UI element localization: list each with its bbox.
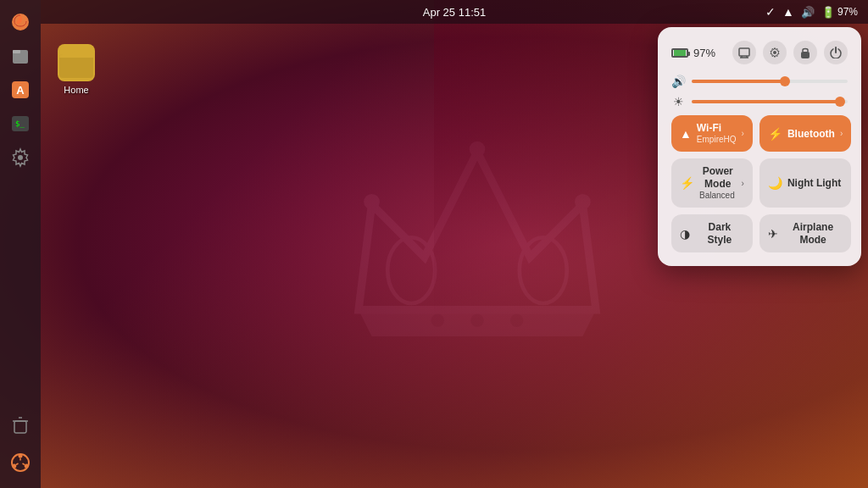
desktop-icon-home[interactable]: Home [54, 41, 98, 98]
svg-point-2 [575, 194, 591, 210]
night-light-name: Night Light [787, 177, 841, 189]
power-icon [830, 47, 842, 58]
dock-item-software[interactable]: A [5, 75, 36, 105]
topbar-check-icon: ✓ [765, 5, 776, 19]
brightness-slider[interactable] [692, 100, 848, 103]
svg-point-3 [431, 313, 445, 327]
dock: A $_ [0, 0, 41, 488]
airplane-mode-name: Airplane Mode [783, 221, 843, 246]
gear-icon [769, 47, 781, 58]
qs-power-button[interactable] [824, 41, 848, 64]
files-icon [10, 46, 31, 66]
topbar-datetime: Apr 25 11:51 [423, 6, 486, 19]
firefox-icon [10, 12, 31, 32]
wifi-icon: ▲ [680, 127, 692, 141]
trash-icon [10, 415, 31, 435]
dock-item-ubuntu[interactable] [5, 447, 36, 478]
svg-point-7 [520, 237, 567, 303]
svg-line-24 [23, 463, 25, 465]
svg-point-22 [12, 464, 16, 469]
svg-text:A: A [16, 84, 25, 97]
lock-icon [800, 47, 810, 58]
qs-bluetooth-toggle[interactable]: ⚡ Bluetooth › [760, 115, 851, 152]
topbar-battery-icon: 🔋 [821, 6, 835, 19]
dark-style-icon: ◑ [680, 227, 690, 241]
brightness-icon: ☀ [671, 95, 685, 108]
qs-action-buttons [732, 41, 848, 64]
bluetooth-icon: ⚡ [768, 127, 782, 141]
qs-toggles-grid: ▲ Wi-Fi EmpireHQ › ⚡ Bluetooth › ⚡ Powe [671, 115, 848, 252]
svg-rect-16 [14, 421, 26, 433]
volume-fill [692, 80, 785, 83]
home-icon-label: Home [64, 85, 88, 95]
battery-icon [671, 48, 688, 58]
svg-rect-32 [801, 52, 810, 58]
svg-point-31 [773, 51, 776, 54]
wifi-name: Wi-Fi [697, 122, 721, 134]
qs-power-mode-toggle[interactable]: ⚡ Power Mode Balanced › [671, 158, 753, 208]
qs-top-row: 97% [671, 41, 848, 64]
svg-point-1 [364, 194, 380, 210]
terminal-icon: $_ [10, 114, 31, 134]
dock-item-trash[interactable] [5, 410, 36, 441]
svg-line-25 [16, 463, 19, 465]
bluetooth-chevron-icon: › [840, 129, 843, 138]
brightness-fill [692, 100, 840, 103]
qs-dark-style-toggle[interactable]: ◑ Dark Style [671, 214, 753, 252]
night-light-label-group: Night Light [787, 177, 841, 189]
volume-slider[interactable] [692, 80, 848, 83]
screenshot-icon [738, 47, 750, 58]
airplane-mode-icon: ✈ [768, 227, 778, 241]
topbar-right: ✓ ▲ 🔊 🔋 97% [765, 5, 858, 19]
svg-rect-27 [739, 48, 749, 56]
svg-rect-10 [13, 50, 20, 53]
battery-fill [674, 50, 686, 56]
power-mode-label-group: Power Mode Balanced [699, 165, 737, 201]
software-center-icon: A [10, 80, 31, 100]
dock-item-settings[interactable] [5, 142, 36, 173]
night-light-icon: 🌙 [768, 176, 782, 190]
quick-settings-panel: 97% [658, 27, 861, 266]
bluetooth-label-group: Bluetooth [787, 128, 835, 140]
svg-point-21 [25, 464, 29, 469]
qs-screenshot-button[interactable] [732, 41, 756, 64]
dark-style-name: Dark Style [695, 221, 744, 246]
home-folder-icon [58, 44, 95, 81]
qs-battery-percent: 97% [693, 47, 715, 59]
svg-text:$_: $_ [15, 119, 25, 128]
svg-point-20 [19, 454, 23, 458]
qs-settings-button[interactable] [763, 41, 787, 64]
settings-icon [10, 147, 31, 168]
svg-point-4 [470, 313, 484, 327]
bluetooth-name: Bluetooth [787, 128, 835, 140]
qs-airplane-mode-toggle[interactable]: ✈ Airplane Mode [760, 214, 851, 252]
topbar-wifi-icon: ▲ [782, 5, 794, 19]
dock-item-files[interactable] [5, 41, 36, 71]
topbar: Apr 25 11:51 ✓ ▲ 🔊 🔋 97% [41, 0, 868, 24]
wifi-ssid: EmpireHQ [697, 135, 737, 145]
dock-item-terminal[interactable]: $_ [5, 108, 36, 139]
power-mode-chevron-icon: › [742, 179, 744, 188]
svg-point-0 [470, 141, 486, 158]
svg-rect-26 [59, 54, 93, 78]
qs-night-light-toggle[interactable]: 🌙 Night Light [760, 158, 851, 208]
topbar-battery-percent: 97% [837, 6, 858, 18]
wifi-chevron-icon: › [742, 129, 744, 138]
qs-lock-button[interactable] [793, 41, 817, 64]
qs-wifi-toggle[interactable]: ▲ Wi-Fi EmpireHQ › [671, 115, 753, 152]
desktop: Apr 25 11:51 ✓ ▲ 🔊 🔋 97% [0, 0, 868, 488]
crown-watermark [342, 125, 613, 363]
volume-icon: 🔊 [671, 75, 685, 88]
qs-battery-display: 97% [671, 47, 715, 59]
power-mode-sub: Balanced [699, 191, 735, 201]
dock-item-firefox[interactable] [5, 7, 36, 37]
power-mode-name: Power Mode [699, 165, 737, 190]
topbar-volume-icon: 🔊 [801, 6, 815, 19]
ubuntu-icon [10, 452, 31, 473]
qs-brightness-row: ☀ [671, 95, 848, 108]
svg-point-5 [510, 313, 524, 327]
qs-volume-row: 🔊 [671, 75, 848, 88]
folder-icon-svg [58, 44, 95, 81]
topbar-battery-indicator[interactable]: 🔋 97% [821, 6, 858, 19]
svg-point-15 [18, 155, 23, 160]
